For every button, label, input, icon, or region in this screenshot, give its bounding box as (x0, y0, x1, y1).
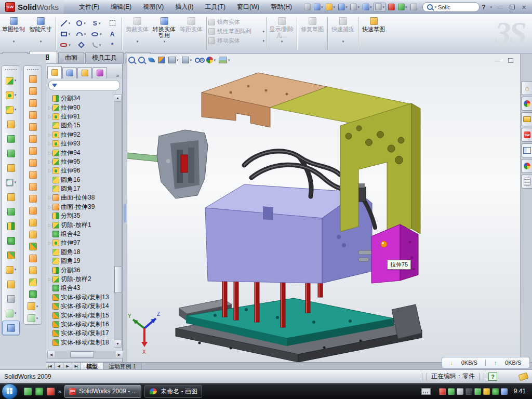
tab-模具工具[interactable]: 模具工具 (85, 52, 124, 63)
tree-item[interactable]: ▷切除-放样2 (47, 275, 116, 284)
tree-item[interactable]: 组合42 (47, 230, 116, 238)
splitter-handle-icon[interactable] (124, 204, 126, 222)
fm-tab-propertymanager[interactable] (62, 67, 77, 78)
doc-minimize-button[interactable]: — (494, 57, 501, 63)
expand-arrow-icon[interactable]: ▷ (47, 105, 52, 110)
boundary-surface-button[interactable] (24, 97, 42, 109)
chevron-down-icon[interactable]: ▾ (262, 39, 264, 43)
line-tool[interactable]: ▾ (58, 18, 73, 29)
expand-arrow-icon[interactable]: ▷ (47, 277, 52, 282)
chevron-down-icon[interactable]: ▾ (345, 5, 348, 9)
warning-icon[interactable] (483, 388, 490, 395)
chevron-down-icon[interactable]: ▾ (177, 58, 179, 62)
restore-button[interactable] (508, 4, 516, 10)
first-tab-button[interactable]: |◀ (46, 363, 55, 370)
tree-item[interactable]: 实体-移动/复制16 (47, 320, 116, 329)
chevron-down-icon[interactable]: ▾ (357, 5, 360, 9)
chevron-down-icon[interactable]: ▾ (84, 21, 86, 25)
chevron-down-icon[interactable]: ▾ (321, 5, 323, 9)
rapid-sketch-button[interactable]: 快速草图 (360, 16, 387, 38)
prev-tab-button[interactable]: ◀ (55, 363, 63, 370)
move-surface-button[interactable] (24, 241, 42, 252)
menu-item[interactable]: 窗口(W) (231, 1, 265, 14)
swept-surface-button[interactable] (24, 73, 42, 85)
shield-green-icon[interactable] (448, 388, 455, 395)
rectangle-tool[interactable]: ▾ (58, 29, 73, 39)
replace-face-button[interactable] (24, 217, 42, 229)
tree-item[interactable]: ▷拉伸96 (47, 166, 116, 175)
tree-item[interactable]: ▷拉伸97 (47, 238, 116, 247)
scroll-up-icon[interactable]: ▲ (114, 95, 121, 102)
chevron-down-icon[interactable]: ▾ (15, 311, 17, 315)
fm-tabs-overflow[interactable]: » (114, 73, 121, 78)
tree-item[interactable]: ▷曲面-拉伸38 (47, 193, 116, 202)
circle-tool[interactable]: ▾ (73, 18, 89, 29)
plane-button[interactable] (2, 277, 20, 291)
graphics-viewport[interactable]: Y Z X (127, 54, 520, 362)
network-phone-icon[interactable] (474, 388, 481, 395)
select-region-tool[interactable] (104, 18, 120, 29)
zoom-fit-button[interactable] (128, 56, 136, 64)
slot-tool[interactable]: ▾ (58, 39, 73, 50)
tree-item[interactable]: 组合43 (47, 284, 116, 292)
tag-icon[interactable] (518, 372, 529, 381)
options-checklist-icon[interactable]: ▾ (397, 3, 408, 11)
reference-geometry-button[interactable]: ▾ (24, 300, 42, 312)
shell-button[interactable] (2, 131, 20, 146)
tree-item[interactable]: 圆角18 (47, 248, 116, 257)
rib-button[interactable] (2, 190, 20, 204)
chevron-down-icon[interactable]: ▾ (281, 38, 283, 45)
doc-restore-button[interactable] (507, 57, 514, 63)
hole-wizard-button[interactable] (2, 161, 20, 175)
chevron-down-icon[interactable]: ▾ (164, 38, 166, 45)
taskpane-tab-design-library[interactable] (521, 112, 532, 126)
chevron-down-icon[interactable]: ▾ (15, 93, 17, 97)
chevron-down-icon[interactable]: ▾ (435, 5, 437, 9)
tab-运动算例 1[interactable]: 运动算例 1 (103, 363, 142, 370)
extend-surface-button[interactable] (24, 193, 42, 205)
tree-item[interactable]: ▷切除-放样1 (47, 220, 116, 229)
print-icon[interactable]: ▾ (349, 3, 361, 11)
view-orientation-button[interactable]: ▾ (168, 56, 179, 64)
security-center-icon[interactable] (35, 387, 43, 396)
chevron-down-icon[interactable]: ▾ (69, 21, 71, 25)
chevron-down-icon[interactable]: ▾ (405, 5, 407, 9)
menu-item[interactable]: 视图(V) (137, 1, 169, 14)
tree-item[interactable]: 分割35 (47, 211, 116, 220)
chevron-down-icon[interactable]: ▾ (99, 21, 101, 25)
rebuild-traffic-light-icon[interactable] (387, 3, 396, 11)
tree-horizontal-scrollbar[interactable]: ◀ ▶ (47, 351, 123, 358)
chevron-down-icon[interactable]: ▾ (69, 32, 71, 36)
chevron-down-icon[interactable]: ▾ (333, 5, 335, 9)
chevron-down-icon[interactable]: ▾ (137, 38, 139, 45)
open-icon[interactable]: ▾ (325, 3, 336, 11)
toolbar-grip-icon[interactable] (27, 69, 38, 72)
ellipse-tool[interactable]: ▾ (89, 29, 104, 39)
tree-vertical-scrollbar[interactable]: ▲ ▼ (114, 94, 122, 348)
messenger-icon[interactable] (24, 387, 32, 396)
scroll-left-icon[interactable]: ◀ (48, 351, 55, 358)
chamfer-button[interactable] (2, 117, 20, 131)
arc-tool[interactable]: ▾ (73, 29, 89, 39)
tree-item[interactable]: 实体-移动/复制18 (47, 338, 116, 347)
zoom-area-button[interactable] (138, 56, 145, 64)
expand-arrow-icon[interactable]: ▷ (47, 223, 52, 228)
menu-item[interactable]: 插入(I) (169, 1, 199, 14)
start-button[interactable] (2, 383, 18, 399)
tree-item[interactable]: 实体-移动/复制14 (47, 302, 116, 311)
chevron-down-icon[interactable]: ▾ (36, 304, 38, 309)
draft-button[interactable] (2, 146, 20, 161)
tree-item[interactable]: ▷拉伸95 (47, 157, 116, 166)
last-tab-button[interactable]: ▶| (72, 363, 81, 370)
chevron-down-icon[interactable]: ▾ (262, 30, 264, 34)
hide-show-items-button[interactable]: ▾ (194, 57, 204, 63)
move-copy-body-button[interactable] (2, 248, 20, 262)
expand-arrow-icon[interactable]: ▷ (47, 114, 52, 119)
taskbar-button[interactable]: SWSolidWorks 2009 - ... (64, 385, 141, 398)
tab-模型[interactable]: 模型 (81, 363, 103, 370)
taskpane-tab-file-explorer[interactable]: SW (521, 128, 532, 142)
ime-keyboard-icon[interactable] (421, 388, 431, 395)
reference-geometry-button[interactable]: ▾ (2, 262, 20, 277)
next-tab-button[interactable]: ▶ (63, 363, 72, 370)
chevron-down-icon[interactable]: ▾ (69, 43, 71, 47)
